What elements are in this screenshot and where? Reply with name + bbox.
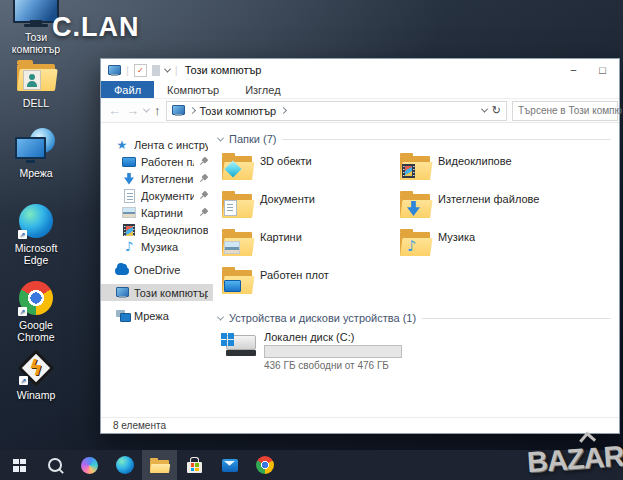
document-page-icon: [124, 189, 135, 203]
sidebar-item-documents[interactable]: Документи: [101, 187, 213, 204]
taskbar-search-button[interactable]: [37, 450, 72, 480]
downloads-arrow-icon: [124, 173, 134, 185]
pin-icon: [197, 155, 210, 168]
desktop-icon-chrome[interactable]: Google Chrome: [6, 280, 66, 343]
picture-thumb-icon: [122, 207, 136, 218]
taskbar-edge-button[interactable]: [107, 450, 142, 480]
sidebar-item-quick-access[interactable]: Лента с инструменти: [101, 136, 213, 153]
desktop-icon-label: DELL: [6, 97, 66, 109]
this-pc-icon: [172, 105, 185, 116]
taskbar-store-button[interactable]: [177, 450, 212, 480]
tab-file[interactable]: Файл: [101, 81, 154, 98]
disk-usage-bar: [264, 345, 402, 358]
window-title: Този компютър: [185, 64, 262, 76]
history-chevron-icon[interactable]: [143, 106, 150, 113]
start-button[interactable]: [2, 450, 37, 480]
folder-music-note-icon: [399, 228, 431, 257]
items-view: Папки (7) 3D обекти Видеоклипове Докумен: [213, 123, 619, 417]
sidebar-item-onedrive[interactable]: OneDrive: [101, 261, 213, 278]
minimize-button[interactable]: −: [559, 59, 588, 81]
new-folder-quick-icon[interactable]: [152, 65, 160, 76]
microsoft-store-icon: [187, 462, 202, 473]
network-icon: [6, 128, 66, 164]
shortcut-arrow-badge: [18, 307, 27, 316]
pin-icon: [197, 206, 210, 219]
back-icon[interactable]: ←: [108, 104, 121, 117]
up-icon[interactable]: ↑: [154, 104, 161, 117]
watermark-top-left: C.LAN: [52, 12, 140, 43]
film-strip-icon: [123, 224, 135, 236]
section-header-folders[interactable]: Папки (7): [218, 133, 611, 145]
mail-icon: [222, 459, 238, 472]
properties-quick-icon[interactable]: [134, 64, 147, 77]
drive-label: Локален диск (C:): [264, 331, 402, 343]
items-count: 8 елемента: [113, 420, 166, 431]
watermark-bottom-right: BAZAR: [525, 440, 623, 480]
breadcrumb-chevron-icon: [188, 107, 195, 114]
refresh-icon[interactable]: [492, 104, 501, 117]
customize-toolbar-chevron-icon[interactable]: [164, 65, 171, 72]
breadcrumb[interactable]: Този компютър: [200, 105, 277, 117]
collapse-chevron-icon[interactable]: [217, 313, 224, 320]
onedrive-cloud-icon: [115, 267, 129, 275]
taskbar-mail-button[interactable]: [212, 450, 247, 480]
desktop-icon-network[interactable]: Мрежа: [6, 128, 66, 179]
desktop-icon-label: Google Chrome: [6, 319, 66, 343]
section-header-devices[interactable]: Устройства и дискови устройства (1): [218, 312, 611, 324]
music-note-icon: [125, 240, 133, 253]
windows-logo-icon: [13, 459, 26, 472]
tab-computer[interactable]: Компютър: [154, 81, 232, 98]
taskbar-chrome-button[interactable]: [247, 450, 282, 480]
folder-tile-videos[interactable]: Видеоклипове: [399, 152, 611, 190]
desktop-icon-dell[interactable]: DELL: [6, 58, 66, 109]
drive-tile-local-disk-c[interactable]: Локален диск (C:) 436 ГБ свободни от 476…: [221, 331, 611, 371]
maximize-button[interactable]: □: [588, 59, 617, 81]
sidebar-item-this-pc[interactable]: Този компютър: [101, 284, 213, 301]
desktop-mini-icon: [122, 157, 136, 167]
folder-tile-desktop[interactable]: Работен плот: [221, 266, 399, 304]
search-box[interactable]: [512, 101, 618, 121]
shortcut-arrow-badge: [19, 376, 28, 385]
desktop-icon-winamp[interactable]: Winamp: [6, 350, 66, 401]
sidebar-item-desktop[interactable]: Работен плот: [101, 153, 213, 170]
sidebar-item-music[interactable]: Музика: [101, 238, 213, 255]
desktop-icon-edge[interactable]: Microsoft Edge: [6, 203, 66, 266]
folder-desktop-screen-icon: [221, 266, 253, 295]
folder-3d-cube-icon: [221, 152, 253, 181]
forward-icon[interactable]: →: [126, 104, 139, 117]
microsoft-edge-icon: [116, 456, 134, 474]
search-input[interactable]: [513, 102, 623, 120]
address-bar[interactable]: Този компютър: [166, 101, 508, 121]
file-explorer-icon: [150, 458, 169, 473]
folder-tile-documents[interactable]: Документи: [221, 190, 399, 228]
folder-tile-pictures[interactable]: Картини: [221, 228, 399, 266]
title-bar: | | Този компютър − □: [101, 59, 619, 81]
this-pc-icon: [108, 65, 121, 76]
breadcrumb-chevron-icon[interactable]: [280, 107, 287, 114]
sidebar-item-pictures[interactable]: Картини: [101, 204, 213, 221]
folder-tile-3d-objects[interactable]: 3D обекти: [221, 152, 399, 190]
status-bar: 8 елемента: [101, 417, 619, 433]
copilot-icon: [81, 457, 98, 474]
quick-access-star-icon: [117, 139, 128, 151]
taskbar-file-explorer-button[interactable]: [142, 450, 177, 480]
navigation-pane: Лента с инструменти Работен плот Изтегле…: [101, 123, 213, 417]
hard-drive-windows-icon: [221, 333, 256, 359]
sidebar-item-downloads[interactable]: Изтеглени файлове: [101, 170, 213, 187]
taskbar-copilot-button[interactable]: [72, 450, 107, 480]
folder-tile-downloads[interactable]: Изтеглени файлове: [399, 190, 611, 228]
sidebar-item-videos[interactable]: Видеоклипове: [101, 221, 213, 238]
sidebar-item-network[interactable]: Мрежа: [101, 307, 213, 324]
pin-icon: [197, 189, 210, 202]
address-dropdown-chevron-icon[interactable]: [481, 106, 488, 113]
google-chrome-icon: [256, 456, 274, 474]
microsoft-edge-icon: [6, 203, 66, 239]
folder-tile-music[interactable]: Музика: [399, 228, 611, 266]
user-folder-icon: [6, 58, 66, 94]
desktop-icon-label: Winamp: [6, 389, 66, 401]
folder-picture-icon: [221, 228, 253, 257]
collapse-chevron-icon[interactable]: [217, 134, 224, 141]
disk-free-text: 436 ГБ свободни от 476 ГБ: [264, 360, 402, 371]
tab-view[interactable]: Изглед: [232, 81, 293, 98]
shortcut-arrow-badge: [18, 230, 27, 239]
